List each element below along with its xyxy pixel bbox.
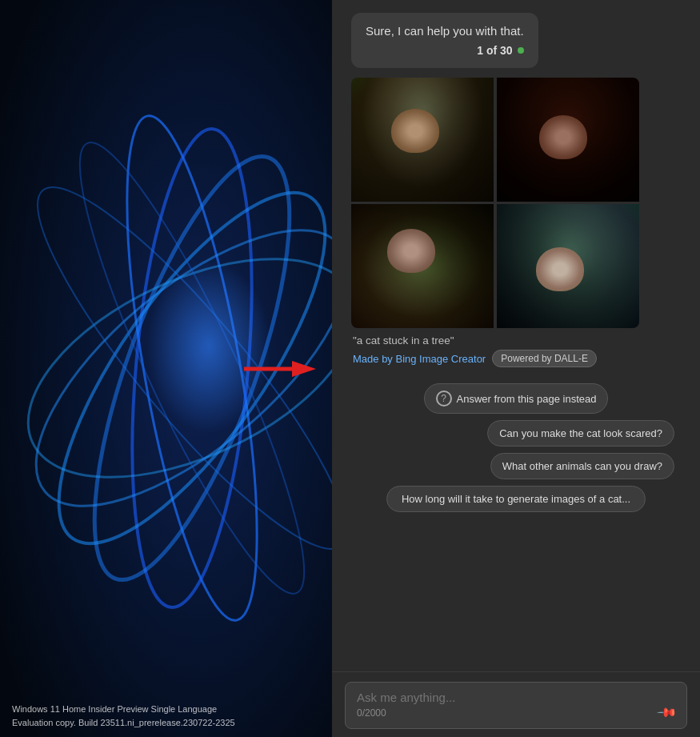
message-bubble: Sure, I can help you with that. 1 of 30	[351, 13, 538, 68]
caption-text: "a cat stuck in a tree"	[353, 334, 686, 346]
char-count: 0/2000	[357, 707, 386, 719]
cat-face-3	[387, 229, 435, 273]
cat-image-3[interactable]	[351, 204, 494, 328]
how-long-button[interactable]: How long will it take to generate images…	[386, 486, 646, 512]
cat-face-2	[539, 115, 587, 159]
suggestions-section: ? Answer from this page instead Can you …	[345, 377, 687, 519]
how-long-row: How long will it take to generate images…	[358, 486, 674, 512]
image-caption: "a cat stuck in a tree" Made by Bing Ima…	[351, 334, 687, 367]
answer-from-page-button[interactable]: ? Answer from this page instead	[424, 383, 609, 414]
caption-badges: Made by Bing Image Creator Powered by DA…	[353, 350, 686, 367]
cat-face-1	[391, 109, 439, 153]
cat-face-4	[536, 247, 584, 291]
chat-panel: Sure, I can help you with that. 1 of 30	[332, 0, 700, 737]
input-area: 0/2000 📌	[332, 671, 700, 737]
svg-marker-11	[292, 361, 316, 377]
input-footer: 0/2000 📌	[357, 705, 675, 720]
chat-content: Sure, I can help you with that. 1 of 30	[332, 0, 700, 671]
message-counter: 1 of 30	[366, 44, 524, 57]
answer-page-row: ? Answer from this page instead	[358, 383, 674, 414]
question-icon: ?	[436, 391, 452, 407]
other-animals-row: What other animals can you draw?	[358, 453, 674, 479]
make-scared-row: Can you make the cat look scared?	[358, 420, 674, 447]
wallpaper: Windows 11 Home Insider Preview Single L…	[0, 0, 332, 737]
cat-image-4[interactable]	[497, 204, 639, 328]
image-grid-container: "a cat stuck in a tree" Made by Bing Ima…	[351, 78, 687, 367]
pin-icon[interactable]: 📌	[656, 702, 678, 724]
make-scared-button[interactable]: Can you make the cat look scared?	[487, 420, 674, 447]
image-grid	[351, 78, 639, 328]
message-text: Sure, I can help you with that.	[366, 24, 524, 38]
other-animals-button[interactable]: What other animals can you draw?	[490, 453, 674, 479]
red-arrow	[244, 357, 316, 381]
status-dot	[518, 47, 524, 54]
cat-image-1[interactable]	[351, 78, 494, 202]
input-box: 0/2000 📌	[345, 682, 687, 729]
svg-point-9	[88, 208, 296, 496]
dalle-badge: Powered by DALL-E	[492, 350, 597, 367]
made-by-link[interactable]: Made by Bing Image Creator	[353, 353, 486, 365]
cat-image-2[interactable]	[497, 78, 639, 202]
chat-input[interactable]	[357, 691, 675, 704]
taskbar-text: Windows 11 Home Insider Preview Single L…	[12, 703, 235, 729]
